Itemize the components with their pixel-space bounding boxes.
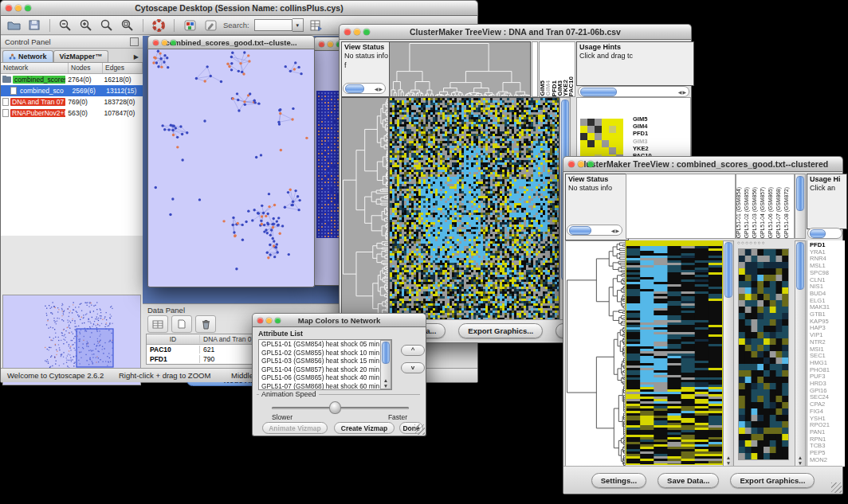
minimize-button[interactable] bbox=[578, 161, 584, 167]
close-button[interactable] bbox=[568, 161, 575, 167]
network-a-canvas[interactable] bbox=[148, 49, 314, 286]
main-heatmap-canvas[interactable] bbox=[626, 240, 723, 465]
attribute-table-icon[interactable] bbox=[147, 315, 168, 333]
attribute-item[interactable]: GPL51-04 (GSM857) heat shock 20 min bbox=[259, 365, 391, 374]
scrollbar-thumb[interactable] bbox=[810, 229, 826, 238]
zoom-button[interactable] bbox=[25, 5, 31, 11]
attribute-item[interactable]: GPL51-02 (GSM855) heat shock 10 min bbox=[259, 349, 391, 357]
column-tree-area[interactable] bbox=[626, 174, 736, 239]
create-vizmap-button[interactable]: Create Vizmap bbox=[334, 422, 395, 434]
attribute-list-scrollbar[interactable]: ▲▼ bbox=[380, 340, 391, 389]
vscrollbar-thumb[interactable] bbox=[382, 342, 390, 364]
move-up-button[interactable]: ^ bbox=[401, 345, 425, 356]
save-icon[interactable] bbox=[26, 18, 42, 33]
edges-column-header[interactable]: Edges bbox=[103, 63, 143, 73]
minimize-button[interactable] bbox=[162, 40, 167, 45]
scrollbar-arrows[interactable]: ◀▶ bbox=[611, 228, 622, 233]
minimize-button[interactable] bbox=[15, 5, 22, 11]
vscrollbar-arrows[interactable]: ▲▼ bbox=[795, 455, 805, 466]
id-column-header[interactable]: ID bbox=[147, 335, 200, 343]
treeview2-settings-button[interactable]: Settings... bbox=[591, 473, 646, 488]
help-lifesaver-icon[interactable] bbox=[151, 18, 167, 33]
close-button[interactable] bbox=[344, 29, 351, 35]
zoom-vscrollbar[interactable]: ▲▼ bbox=[795, 240, 806, 467]
row-dendrogram-canvas[interactable] bbox=[341, 97, 389, 321]
usage-hints-scrollbar[interactable]: ◀▶ bbox=[578, 86, 689, 97]
column-dendrogram-canvas[interactable] bbox=[389, 41, 531, 97]
view-status-scrollbar[interactable]: ◀▶ bbox=[567, 225, 622, 236]
close-button[interactable] bbox=[257, 318, 263, 323]
vscrollbar-arrows[interactable]: ▲▼ bbox=[724, 455, 733, 466]
view-status-scrollbar[interactable]: ◀▶ bbox=[343, 83, 386, 94]
main-heatmap-canvas[interactable] bbox=[389, 97, 559, 321]
search-dropdown-arrow[interactable]: ▼ bbox=[292, 18, 304, 32]
treeview2-export-graphics-button[interactable]: Export Graphics... bbox=[730, 473, 815, 488]
move-down-button[interactable]: v bbox=[401, 362, 425, 373]
attribute-item[interactable]: GPL51-01 (GSM854) heat shock 05 min bbox=[259, 340, 391, 349]
row-dendrogram-canvas[interactable] bbox=[565, 240, 626, 467]
search-input[interactable] bbox=[254, 19, 292, 31]
vscrollbar-arrows[interactable]: ▲▼ bbox=[381, 377, 391, 389]
scrollbar-thumb[interactable] bbox=[580, 88, 617, 96]
tab-network-label: Network bbox=[18, 53, 47, 61]
slider-thumb[interactable] bbox=[329, 401, 341, 414]
attribute-list[interactable]: GPL51-01 (GSM854) heat shock 05 minGPL51… bbox=[258, 339, 392, 390]
import-table-icon[interactable] bbox=[308, 18, 324, 33]
tab-network[interactable]: Network bbox=[2, 50, 53, 62]
window-controls bbox=[344, 29, 370, 35]
new-attribute-icon[interactable] bbox=[171, 315, 192, 333]
scrollbar-arrows[interactable]: ◀▶ bbox=[375, 86, 385, 92]
attribute-item[interactable]: GPL51-03 (GSM856) heat shock 15 min bbox=[259, 357, 391, 365]
zoom-button[interactable] bbox=[171, 40, 176, 45]
animate-vizmap-button[interactable]: Animate Vizmap bbox=[262, 422, 328, 434]
column-labels-vscrollbar[interactable] bbox=[795, 174, 806, 239]
network-tree-row[interactable]: combined_sco2569(6)13112(15) bbox=[1, 85, 143, 96]
close-button[interactable] bbox=[319, 41, 324, 47]
open-file-icon[interactable] bbox=[6, 18, 22, 33]
zoom-selected-icon[interactable] bbox=[120, 18, 135, 33]
resize-grip[interactable] bbox=[831, 483, 842, 493]
vscrollbar-thumb[interactable] bbox=[796, 242, 804, 290]
delete-attribute-icon[interactable] bbox=[195, 315, 216, 333]
zoom-button[interactable] bbox=[275, 318, 281, 323]
treeview2-titlebar[interactable]: ClusterMaker TreeView : combined_scores_… bbox=[563, 156, 843, 172]
treeview1-export-graphics-button[interactable]: Export Graphics... bbox=[458, 323, 543, 338]
zoom-fit-icon[interactable] bbox=[99, 18, 115, 33]
minimize-button[interactable] bbox=[266, 318, 272, 323]
resize-grip[interactable] bbox=[414, 424, 425, 435]
usage-hints-scrollbar[interactable] bbox=[807, 228, 842, 239]
annotation-icon[interactable] bbox=[202, 18, 218, 33]
treeview2-save-data-button[interactable]: Save Data... bbox=[658, 473, 719, 488]
zoom-button[interactable] bbox=[587, 161, 594, 167]
vscrollbar-thumb[interactable] bbox=[796, 176, 804, 211]
zoom-in-icon[interactable] bbox=[78, 18, 94, 33]
scrollbar-thumb[interactable] bbox=[345, 84, 364, 93]
dialog-titlebar[interactable]: Map Colors to Network bbox=[252, 313, 426, 327]
column-scroll-strip[interactable] bbox=[532, 41, 538, 97]
zoom-heatmap-canvas[interactable] bbox=[738, 248, 789, 460]
attribute-item[interactable]: GPL51-06 (GSM865) heat shock 40 min bbox=[259, 373, 391, 382]
scrollbar-arrows[interactable]: ◀▶ bbox=[678, 89, 689, 95]
zoom-button[interactable] bbox=[363, 29, 370, 35]
network-tree-row[interactable]: combined_scores2764(0)16218(0) bbox=[1, 74, 143, 85]
attribute-item[interactable]: GPL51-07 (GSM868) heat shock 60 min bbox=[259, 382, 391, 390]
vscrollbar-thumb[interactable] bbox=[724, 242, 732, 298]
main-titlebar[interactable]: Cytoscape Desktop (Session Name: collins… bbox=[0, 0, 478, 16]
vizmapper-icon[interactable] bbox=[182, 18, 198, 33]
network-tree-row[interactable]: RNAPuberNov2+I563(0)107847(0) bbox=[1, 107, 143, 119]
network-tree-row[interactable]: DNA and Tran 07769(0)183728(0) bbox=[1, 96, 143, 107]
network-a-titlebar[interactable]: combined_scores_good.txt--cluste... bbox=[147, 35, 315, 49]
float-panel-icon[interactable] bbox=[130, 37, 139, 46]
minimize-button[interactable] bbox=[354, 29, 360, 35]
scrollbar-thumb[interactable] bbox=[569, 226, 591, 235]
minimize-button[interactable] bbox=[328, 41, 333, 47]
network-column-header[interactable]: Network bbox=[1, 63, 69, 73]
heatmap-vscrollbar[interactable]: ▲▼ bbox=[723, 240, 734, 467]
nodes-column-header[interactable]: Nodes bbox=[69, 63, 103, 73]
treeview1-titlebar[interactable]: ClusterMaker TreeView : DNA and Tran 07-… bbox=[339, 24, 692, 40]
tab-vizmapper[interactable]: VizMapper™ bbox=[53, 50, 109, 62]
close-button[interactable] bbox=[153, 40, 159, 45]
close-button[interactable] bbox=[6, 5, 12, 11]
tab-overflow-arrow[interactable]: ▶ bbox=[132, 52, 141, 62]
zoom-out-icon[interactable] bbox=[57, 18, 73, 33]
